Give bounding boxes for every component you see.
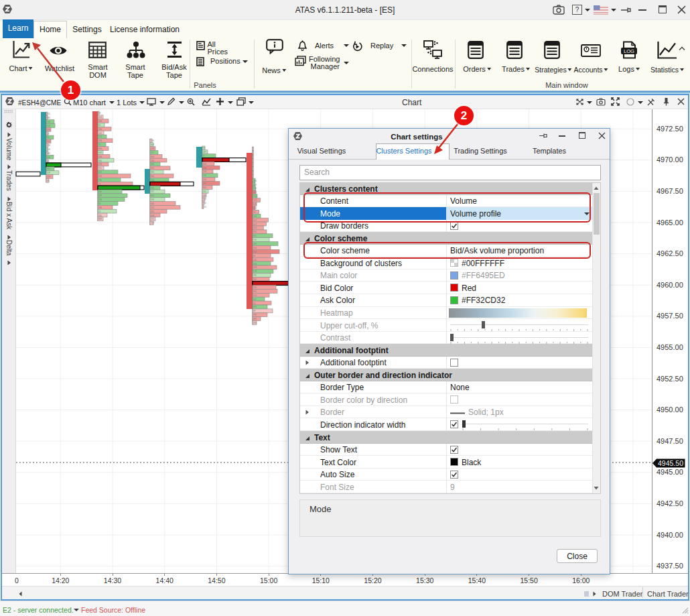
svg-text:889: 889	[98, 218, 102, 221]
svg-text:89: 89	[253, 310, 256, 312]
svg-text:384: 384	[47, 152, 50, 155]
svg-text:81: 81	[98, 124, 101, 127]
svg-text:856: 856	[98, 147, 102, 150]
svg-text:57: 57	[98, 210, 101, 213]
svg-text:694: 694	[253, 306, 257, 308]
svg-text:165: 165	[253, 286, 257, 289]
svg-text:256: 256	[98, 128, 102, 131]
svg-text:605: 605	[151, 194, 154, 197]
svg-text:195: 195	[151, 187, 154, 190]
svg-text:59: 59	[47, 133, 50, 135]
svg-text:178: 178	[253, 270, 257, 273]
svg-text:102: 102	[98, 132, 102, 135]
svg-text:510: 510	[253, 294, 257, 297]
svg-text:486: 486	[203, 194, 206, 197]
svg-text:587: 587	[203, 151, 206, 153]
svg-text:164: 164	[47, 121, 50, 123]
svg-text:454: 454	[98, 116, 102, 119]
svg-text:706: 706	[203, 174, 206, 177]
svg-text:518: 518	[203, 170, 206, 173]
svg-text:341: 341	[47, 113, 50, 115]
svg-text:574: 574	[98, 135, 102, 138]
svg-text:98: 98	[98, 112, 101, 115]
svg-text:146: 146	[151, 139, 154, 142]
svg-text:941: 941	[47, 168, 50, 170]
svg-text:756: 756	[253, 239, 257, 241]
svg-text:598: 598	[253, 215, 257, 218]
svg-text:609: 609	[98, 194, 102, 197]
svg-text:980: 980	[98, 179, 102, 182]
svg-text:71: 71	[203, 155, 206, 158]
svg-text:220: 220	[203, 167, 206, 170]
svg-text:84: 84	[47, 136, 50, 139]
svg-text:84: 84	[253, 255, 256, 257]
svg-text:655: 655	[98, 167, 102, 170]
svg-text:580: 580	[98, 214, 102, 217]
svg-text:4945.50: 4945.50	[658, 459, 683, 467]
svg-text:73: 73	[98, 183, 101, 186]
svg-text:LOG: LOG	[624, 48, 634, 54]
svg-text:570: 570	[151, 218, 154, 221]
svg-text:414: 414	[47, 125, 50, 127]
svg-text:60: 60	[98, 202, 101, 205]
svg-text:606: 606	[98, 175, 102, 178]
svg-text:444: 444	[98, 139, 102, 142]
svg-text:106: 106	[47, 148, 50, 151]
svg-text:845: 845	[151, 175, 154, 178]
svg-text:202: 202	[151, 206, 154, 209]
svg-text:391: 391	[151, 210, 154, 213]
svg-text:583: 583	[151, 171, 154, 174]
svg-text:441: 441	[253, 298, 257, 301]
svg-text:93: 93	[253, 211, 256, 214]
svg-text:474: 474	[203, 206, 206, 208]
svg-text:331: 331	[203, 190, 206, 193]
svg-text:74: 74	[203, 147, 206, 149]
svg-text:69: 69	[47, 160, 50, 163]
svg-text:581: 581	[253, 318, 257, 320]
svg-text:157: 157	[151, 151, 154, 154]
svg-text:965: 965	[253, 290, 257, 293]
svg-text:594: 594	[151, 163, 154, 166]
svg-text:238: 238	[98, 163, 102, 166]
svg-text:563: 563	[151, 156, 154, 158]
svg-text:48: 48	[47, 180, 50, 182]
svg-text:792: 792	[253, 314, 257, 316]
svg-text:664: 664	[151, 202, 154, 205]
svg-text:554: 554	[203, 178, 206, 181]
svg-text:259: 259	[253, 207, 257, 210]
svg-text:416: 416	[98, 198, 102, 201]
svg-text:594: 594	[151, 198, 154, 201]
svg-text:534: 534	[253, 263, 257, 265]
svg-text:438: 438	[253, 266, 257, 269]
svg-text:516: 516	[253, 227, 257, 229]
svg-text:229: 229	[47, 176, 50, 178]
svg-text:529: 529	[47, 172, 50, 174]
svg-text:236: 236	[98, 206, 102, 209]
svg-text:725: 725	[253, 199, 257, 202]
svg-text:469: 469	[253, 243, 257, 245]
svg-text:447: 447	[203, 182, 206, 185]
svg-text:109: 109	[151, 214, 154, 217]
svg-text:652: 652	[98, 171, 102, 174]
svg-text:304: 304	[253, 247, 257, 249]
svg-text:380: 380	[253, 180, 257, 182]
svg-text:194: 194	[253, 195, 257, 198]
svg-text:676: 676	[47, 129, 50, 131]
svg-text:547: 547	[253, 223, 257, 226]
svg-text:785: 785	[253, 274, 257, 277]
svg-text:980: 980	[98, 160, 102, 162]
svg-text:606: 606	[47, 156, 50, 159]
svg-text:439: 439	[151, 147, 154, 150]
svg-text:361: 361	[253, 235, 257, 237]
svg-text:558: 558	[47, 144, 50, 147]
svg-text:115: 115	[151, 190, 154, 193]
svg-text:130: 130	[151, 160, 154, 162]
svg-text:980: 980	[47, 117, 50, 119]
svg-text:50: 50	[253, 302, 256, 305]
svg-text:325: 325	[151, 167, 154, 170]
svg-text:708: 708	[151, 179, 154, 182]
svg-text:136: 136	[98, 156, 102, 158]
svg-text:596: 596	[253, 322, 257, 324]
svg-text:264: 264	[253, 187, 257, 190]
svg-text:808: 808	[253, 203, 257, 206]
